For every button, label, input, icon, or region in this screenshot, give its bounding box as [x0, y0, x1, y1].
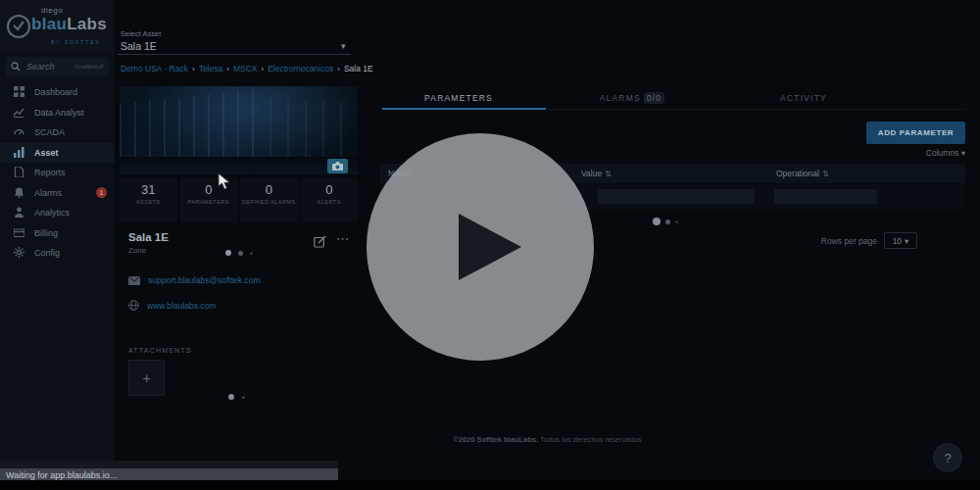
envelope-icon [128, 276, 140, 285]
sidebar-item-label: Analytics [34, 208, 70, 218]
chevron-down-icon: ▾ [905, 236, 908, 246]
sidebar: diego blauLabs by softtek Search CmdShif… [0, 0, 115, 480]
stat-defined-alarms: 0 Defined Alarms [240, 177, 298, 222]
sidebar-item-label: SCADA [34, 127, 65, 137]
mouse-cursor [218, 172, 231, 190]
logo-block: diego blauLabs by softtek [0, 0, 115, 51]
globe-icon [128, 300, 139, 311]
plus-icon: + [142, 370, 150, 386]
asset-chart-icon [14, 147, 25, 159]
gauge-icon [14, 126, 25, 138]
asset-card-subtitle: Zone [128, 246, 146, 255]
person-icon [14, 207, 25, 219]
bottom-letterbox [0, 480, 980, 490]
stat-label: Alerts [301, 199, 359, 207]
brand-byline: by softtek [51, 39, 101, 45]
contact-email-row: support.blaulabs@softtek.com [128, 275, 260, 285]
brand-wordmark: blauLabs [31, 15, 107, 34]
breadcrumb-separator-icon: › [261, 65, 264, 74]
tab-parameters[interactable]: PARAMETERS [380, 93, 537, 103]
panel-pager-dots[interactable] [228, 394, 245, 400]
credit-card-icon [14, 227, 25, 239]
camera-icon [332, 162, 343, 171]
more-options-icon[interactable]: ⋯ [336, 231, 350, 246]
sort-icon: ⇅ [605, 170, 612, 178]
search-input[interactable]: Search CmdShift+F [6, 57, 109, 76]
asset-photo [120, 86, 358, 174]
breadcrumb-current: Sala 1E [344, 64, 373, 74]
sidebar-item-alarms[interactable]: Alarms 1 [0, 183, 115, 204]
rows-per-page-select[interactable]: 10▾ [884, 232, 917, 249]
sidebar-item-label: Asset [34, 148, 59, 158]
website-link[interactable]: www.blaulabs.com [147, 301, 216, 311]
breadcrumb-item[interactable]: Electromecanicos [268, 64, 333, 74]
stat-label: Assets [120, 199, 177, 207]
asset-stats: 31 Assets 0 Parameters 0 Defined Alarms … [120, 177, 358, 222]
footer-copyright: ©2020 Softtek blauLabs. Todos los derech… [115, 435, 980, 444]
alarms-count-badge: 0/0 [644, 92, 664, 104]
sidebar-item-label: Billing [34, 228, 58, 238]
stat-alerts: 0 Alerts [301, 177, 359, 222]
gear-icon [14, 247, 25, 259]
status-bar-shadow [0, 461, 338, 468]
stat-value: 31 [120, 182, 177, 197]
breadcrumb-item[interactable]: MSCX [233, 64, 258, 74]
alarms-badge: 1 [96, 187, 107, 198]
skeleton-cell [774, 189, 877, 204]
edit-icon[interactable] [314, 235, 326, 248]
breadcrumb-separator-icon: › [226, 65, 229, 74]
sidebar-item-reports[interactable]: Reports [0, 163, 115, 183]
sidebar-item-label: Config [34, 248, 60, 258]
asset-card-title: Sala 1E [128, 231, 169, 243]
play-icon [421, 188, 539, 306]
sidebar-item-asset[interactable]: Asset [0, 143, 115, 164]
search-placeholder: Search [26, 62, 75, 72]
select-asset-label: Select Asset [121, 29, 161, 38]
chevron-down-icon: ▾ [961, 148, 965, 158]
loading-dots [653, 218, 678, 225]
sidebar-item-scada[interactable]: SCADA [0, 122, 115, 143]
breadcrumb-separator-icon: › [192, 65, 195, 74]
tab-activity[interactable]: ACTIVITY [725, 93, 882, 103]
column-header-value[interactable]: Value⇅ [581, 169, 612, 178]
active-tab-underline [382, 108, 546, 110]
rows-per-page-label: Rows per page [725, 236, 877, 246]
sidebar-item-label: Data Analyst [34, 108, 84, 118]
contact-website-row: www.blaulabs.com [128, 300, 216, 311]
bell-icon [14, 187, 25, 199]
tab-alarms[interactable]: ALARMS0/0 [554, 93, 710, 103]
column-header-operational[interactable]: Operational⇅ [776, 169, 829, 178]
sidebar-item-billing[interactable]: Billing [0, 223, 115, 244]
sidebar-item-analytics[interactable]: Analytics [0, 203, 115, 223]
card-pager-dots[interactable] [225, 250, 253, 256]
sidebar-item-data-analyst[interactable]: Data Analyst [0, 103, 115, 123]
sidebar-item-config[interactable]: Config [0, 243, 115, 264]
document-icon [14, 167, 25, 178]
stat-value: 0 [240, 182, 298, 197]
search-icon [11, 62, 21, 72]
sidebar-item-label: Alarms [34, 188, 62, 198]
help-button[interactable]: ? [933, 443, 962, 472]
breadcrumb-item[interactable]: Demo USA - Rack [121, 64, 188, 74]
columns-dropdown[interactable]: Columns ▾ [867, 148, 965, 158]
select-asset-underline [118, 54, 351, 55]
stat-label: Parameters [180, 199, 238, 207]
sidebar-item-dashboard[interactable]: Dashboard [0, 82, 115, 103]
attachments-label: Attachments [128, 347, 192, 354]
chevron-down-icon[interactable]: ▾ [341, 41, 346, 51]
blaulabs-logo-icon [6, 14, 31, 39]
video-play-button[interactable] [367, 133, 594, 361]
stat-assets: 31 Assets [120, 177, 177, 222]
sidebar-item-label: Dashboard [34, 87, 77, 97]
add-attachment-button[interactable]: + [128, 360, 165, 396]
select-asset-dropdown[interactable]: Sala 1E [121, 40, 157, 52]
search-shortcut-hint: CmdShift+F [75, 64, 104, 70]
breadcrumb-item[interactable]: Telesa [199, 64, 223, 74]
change-photo-button[interactable] [327, 159, 348, 173]
support-email-link[interactable]: support.blaulabs@softtek.com [148, 275, 260, 285]
add-parameter-button[interactable]: ADD PARAMETER [866, 122, 965, 144]
stat-value: 0 [301, 182, 359, 197]
user-overlay-name: diego [41, 6, 63, 15]
breadcrumb-separator-icon: › [337, 65, 340, 74]
question-mark-icon: ? [944, 451, 951, 466]
